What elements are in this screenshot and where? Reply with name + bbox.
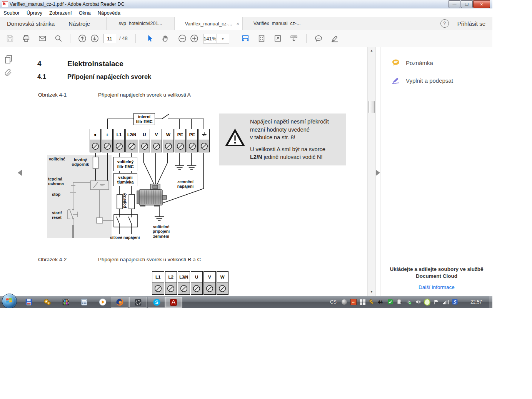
reading-mode-button[interactable] bbox=[289, 34, 299, 43]
more-info-link[interactable]: Další informace bbox=[380, 284, 492, 290]
terminal-plus: + bbox=[102, 129, 113, 140]
attachments-paperclip-icon[interactable] bbox=[3, 67, 13, 79]
doc-tab-2-label: Variflex_manual_cz-... bbox=[185, 21, 232, 27]
taskbar-calculator-app-icon[interactable] bbox=[79, 297, 89, 307]
doc-tab-1-label: svp_hotelnictvi201... bbox=[118, 21, 162, 26]
highlighter-tool-button[interactable] bbox=[330, 34, 339, 43]
document-cloud-promo-line1: Ukládejte a sdílejte soubory ve službě bbox=[380, 266, 492, 272]
tabbar: Domovská stránka Nástroje svp_hotelnictv… bbox=[0, 17, 492, 30]
comment-tool-item[interactable]: Poznámka bbox=[380, 57, 492, 68]
hand-tool-button[interactable] bbox=[161, 34, 170, 43]
taskbar-media-player-app-icon[interactable] bbox=[98, 297, 107, 307]
scroll-down-arrow[interactable]: ▼ bbox=[368, 289, 375, 295]
label-brake-resistor: brzdný odporník bbox=[70, 157, 91, 167]
tab-tools[interactable]: Nástroje bbox=[62, 17, 97, 30]
doc-tab-3[interactable]: Variflex_manual_cz-... bbox=[243, 17, 311, 30]
taskbar-floppy-app-icon[interactable] bbox=[24, 297, 33, 307]
doc-tab-2-active[interactable]: Variflex_manual_cz-... × bbox=[174, 17, 243, 30]
toolbar: / 48 141%▼ bbox=[0, 30, 492, 47]
label-supply-ground: zemnění napájení bbox=[172, 179, 198, 189]
fit-page-button[interactable] bbox=[257, 34, 266, 43]
tray-four-squares-icon[interactable] bbox=[359, 299, 366, 305]
restore-button[interactable]: ❐ bbox=[461, 0, 473, 8]
scrollbar-thumb[interactable] bbox=[369, 101, 375, 113]
tray-safely-remove-icon[interactable] bbox=[405, 299, 412, 305]
next-page-button[interactable] bbox=[90, 34, 99, 43]
figure2-label: Obrázek 4-2 bbox=[38, 257, 67, 262]
comment-tool-button[interactable] bbox=[314, 34, 323, 43]
label-mains-supply: síťové napájení bbox=[110, 235, 145, 240]
menubar: Soubor Úpravy Zobrazení Okna Nápověda bbox=[0, 8, 492, 17]
search-icon[interactable] bbox=[54, 34, 63, 43]
tray-volume-icon[interactable] bbox=[415, 299, 421, 305]
tray-update-ball-icon[interactable] bbox=[341, 299, 347, 305]
menu-zobrazeni[interactable]: Zobrazení bbox=[46, 10, 75, 16]
tray-clipboard-plug-icon[interactable] bbox=[396, 299, 403, 305]
screw-icon bbox=[187, 140, 198, 152]
tray-action-center-flag-icon[interactable] bbox=[433, 299, 440, 305]
desktop-screen: Variflex_manual_cz-1.pdf - Adobe Acrobat… bbox=[0, 0, 492, 308]
warning-paragraph-1: Napájecí napětí nesmí překročit mezní ho… bbox=[250, 118, 344, 142]
close-button[interactable]: ✕ bbox=[473, 0, 490, 8]
screw-icon bbox=[102, 140, 113, 152]
windows-flag-icon bbox=[6, 298, 12, 304]
tray-core-temp-number[interactable]: 44 bbox=[377, 299, 384, 305]
tray-network-signal-icon[interactable] bbox=[442, 299, 449, 305]
tray-download-manager-icon[interactable] bbox=[452, 299, 458, 305]
zoom-level-dropdown[interactable]: 141%▼ bbox=[203, 34, 229, 43]
tab-home[interactable]: Domovská stránka bbox=[0, 17, 62, 30]
tray-green-check-icon[interactable] bbox=[387, 299, 394, 305]
menu-okna[interactable]: Okna bbox=[75, 10, 94, 16]
menu-soubor[interactable]: Soubor bbox=[0, 10, 23, 16]
tab-close-icon[interactable]: × bbox=[236, 21, 239, 27]
screw-icon bbox=[165, 282, 177, 295]
taskbar-dark-app-button[interactable] bbox=[129, 297, 147, 308]
next-page-arrow[interactable] bbox=[376, 170, 380, 176]
taskbar-film-app-icon[interactable] bbox=[61, 297, 70, 307]
vertical-scrollbar[interactable]: ▲ ▼ bbox=[367, 47, 376, 296]
start-button[interactable] bbox=[2, 294, 17, 308]
language-indicator[interactable]: CS bbox=[330, 299, 337, 305]
print-button[interactable] bbox=[22, 34, 31, 43]
label-optional: volitelné bbox=[49, 157, 65, 161]
taskbar-gears-app-icon[interactable] bbox=[42, 297, 52, 307]
tray-cpu-meter-icon[interactable]: cc bbox=[350, 299, 357, 305]
fit-width-button[interactable] bbox=[241, 34, 250, 43]
actual-size-button[interactable] bbox=[273, 34, 282, 43]
save-button[interactable] bbox=[5, 34, 15, 43]
page-number-input[interactable] bbox=[103, 34, 116, 43]
terminal-dot: ● bbox=[90, 129, 101, 140]
taskbar-acrobat-app-button[interactable] bbox=[165, 297, 182, 308]
screw-icon bbox=[191, 282, 203, 295]
zoom-in-button[interactable] bbox=[190, 34, 199, 43]
help-icon[interactable]: ? bbox=[440, 19, 449, 28]
zoom-out-button[interactable] bbox=[178, 34, 187, 43]
sign-in-button[interactable]: Přihlásit se bbox=[457, 20, 485, 27]
section-title: Elektroinstalace bbox=[67, 60, 123, 68]
previous-page-arrow[interactable] bbox=[18, 170, 22, 176]
doc-tab-3-label: Variflex_manual_cz-... bbox=[253, 21, 301, 26]
minimize-button[interactable]: — bbox=[449, 0, 460, 8]
page-total-label: / 48 bbox=[119, 35, 128, 41]
select-tool-button[interactable] bbox=[145, 34, 155, 43]
email-button[interactable] bbox=[38, 34, 47, 43]
taskbar-firefox-app-button[interactable] bbox=[111, 297, 128, 308]
scroll-up-arrow[interactable]: ▲ bbox=[368, 48, 375, 54]
previous-page-button[interactable] bbox=[78, 34, 87, 43]
dark-app-icon bbox=[134, 298, 142, 307]
tray-security-keys-icon[interactable] bbox=[369, 299, 375, 305]
page-thumbnails-icon[interactable] bbox=[4, 55, 13, 66]
doc-tab-1[interactable]: svp_hotelnictvi201... bbox=[106, 17, 174, 30]
pdf-document-page[interactable]: 4 Elektroinstalace 4.1 Připojení napájec… bbox=[15, 47, 367, 296]
tray-oval-app-icon[interactable] bbox=[424, 299, 430, 305]
terminal-l2: L2 bbox=[165, 271, 177, 283]
screw-icon bbox=[113, 140, 125, 152]
show-desktop-button[interactable] bbox=[489, 296, 492, 308]
menu-napoveda[interactable]: Nápověda bbox=[94, 10, 124, 16]
warning-note-box: Napájecí napětí nesmí překročit mezní ho… bbox=[219, 114, 346, 165]
menu-upravy[interactable]: Úpravy bbox=[23, 10, 46, 16]
terminal-v: V bbox=[203, 271, 216, 283]
taskbar-skype-app-button[interactable]: S bbox=[148, 297, 165, 308]
fill-sign-tool-item[interactable]: Vyplnit a podepsat bbox=[380, 75, 492, 86]
clock[interactable]: 22:57 bbox=[466, 299, 486, 305]
